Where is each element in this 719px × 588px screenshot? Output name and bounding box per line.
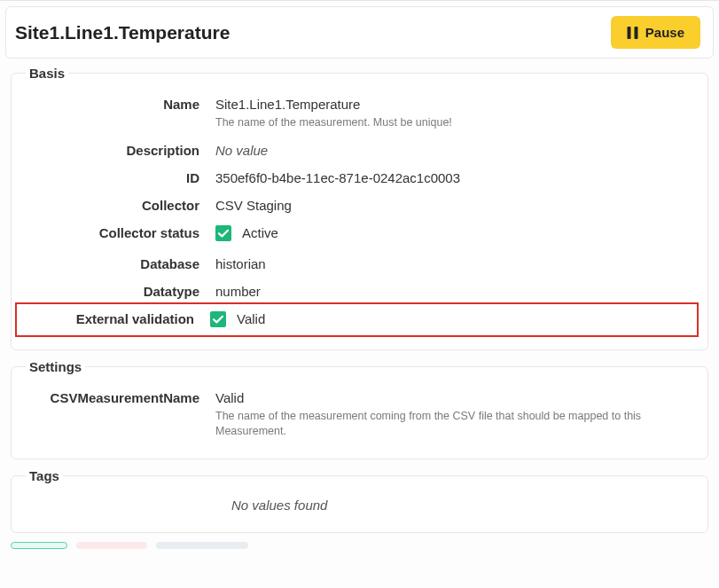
- basis-group: Basis Name Site1.Line1.Temperature The n…: [11, 66, 708, 350]
- row-datatype: Datatype number: [22, 277, 697, 304]
- row-collector: Collector CSV Staging: [22, 191, 697, 218]
- collector-status-value: Active: [215, 223, 697, 244]
- svg-rect-3: [210, 311, 226, 327]
- page-title: Site1.Line1.Temperature: [15, 22, 230, 43]
- external-validation-label: External validation: [22, 310, 210, 326]
- description-value: No value: [215, 141, 697, 158]
- csv-measurement-name-helper: The name of the measurement coming from …: [215, 409, 697, 439]
- collector-value: CSV Staging: [215, 196, 697, 213]
- svg-rect-0: [627, 27, 630, 39]
- id-value: 350ef6f0-b4be-11ec-871e-0242ac1c0003: [215, 169, 697, 185]
- svg-rect-1: [634, 27, 637, 39]
- settings-group: Settings CSVMeasurementName Valid The na…: [11, 359, 708, 459]
- row-id: ID 350ef6f0-b4be-11ec-871e-0242ac1c0003: [22, 163, 697, 191]
- description-label: Description: [22, 141, 215, 158]
- row-collector-status: Collector status Active: [22, 218, 697, 249]
- row-name: Name Site1.Line1.Temperature The name of…: [22, 90, 697, 136]
- check-icon: [210, 311, 226, 327]
- settings-legend: Settings: [26, 359, 85, 374]
- database-label: Database: [22, 255, 215, 271]
- row-database: Database historian: [22, 249, 697, 277]
- csv-measurement-name-label: CSVMeasurementName: [22, 388, 215, 405]
- bottom-action-row: [11, 542, 708, 549]
- name-label: Name: [22, 95, 215, 112]
- action-button-3[interactable]: [156, 542, 248, 549]
- pause-button-label: Pause: [645, 25, 684, 40]
- datatype-value: number: [215, 282, 697, 299]
- external-validation-text: Valid: [237, 311, 265, 326]
- name-helper: The name of the measurement. Must be uni…: [215, 115, 697, 130]
- tags-empty-text: No values found: [22, 492, 697, 518]
- external-validation-value: Valid: [210, 310, 692, 330]
- name-value: Site1.Line1.Temperature: [215, 95, 697, 112]
- row-description: Description No value: [22, 136, 697, 163]
- row-csv-measurement-name: CSVMeasurementName Valid The name of the…: [22, 383, 697, 444]
- collector-status-label: Collector status: [22, 223, 215, 240]
- main-scroll[interactable]: Site1.Line1.Temperature Pause Basis Name…: [0, 0, 719, 588]
- basis-legend: Basis: [26, 66, 68, 81]
- svg-rect-2: [215, 225, 231, 241]
- collector-label: Collector: [22, 196, 215, 213]
- collector-status-text: Active: [242, 225, 278, 240]
- datatype-label: Datatype: [22, 282, 215, 299]
- csv-measurement-name-value: Valid: [215, 388, 697, 405]
- action-button-1[interactable]: [11, 542, 67, 549]
- id-label: ID: [22, 169, 215, 185]
- tags-group: Tags No values found: [11, 468, 708, 533]
- tags-legend: Tags: [26, 468, 63, 483]
- action-button-2[interactable]: [76, 542, 147, 549]
- header-card: Site1.Line1.Temperature Pause: [5, 6, 714, 59]
- pause-button[interactable]: Pause: [611, 16, 700, 49]
- check-icon: [215, 225, 231, 241]
- row-external-validation: External validation Valid: [17, 304, 697, 335]
- pause-icon: [627, 27, 638, 39]
- database-value: historian: [215, 255, 697, 271]
